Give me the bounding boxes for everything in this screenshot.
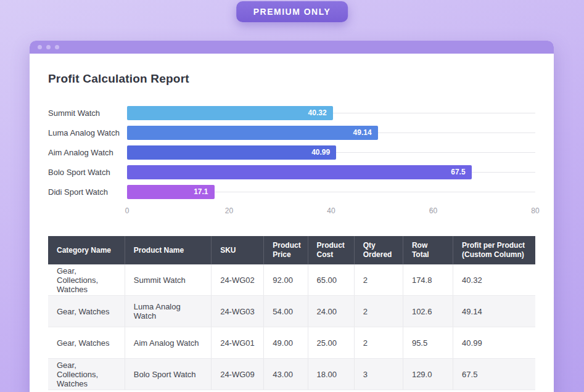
table-cell: 3 <box>354 359 403 390</box>
table-row: Gear, Collections, WatchesBolo Sport Wat… <box>48 359 535 390</box>
axis-tick-label: 60 <box>429 206 437 215</box>
table-cell: 174.8 <box>403 264 453 296</box>
report-content: Profit Calculation Report Summit Watch40… <box>30 54 554 390</box>
table-cell: 95.5 <box>403 327 453 359</box>
chart-x-axis: 020406080 <box>127 206 535 216</box>
table-cell: 129.0 <box>403 359 453 390</box>
table-header-cell: Profit per Product (Custom Column) <box>453 236 535 264</box>
chart-bar: 40.32 <box>127 106 333 120</box>
table-cell: 2 <box>354 264 403 296</box>
chart-bar-row: Aim Analog Watch40.99 <box>48 142 535 162</box>
table-cell: 49.14 <box>453 296 535 327</box>
axis-tick-label: 0 <box>125 206 130 215</box>
chart-bar-row: Didi Sport Watch17.1 <box>48 182 535 202</box>
chart-bar: 40.99 <box>127 145 336 160</box>
report-window: Profit Calculation Report Summit Watch40… <box>30 41 554 392</box>
chart-bar-track: 49.14 <box>127 126 535 140</box>
table-cell: 18.00 <box>308 359 354 390</box>
table-cell: Luma Analog Watch <box>125 296 211 327</box>
table-cell: 67.5 <box>453 359 535 390</box>
premium-badge-label: PREMIUM ONLY <box>253 7 331 17</box>
chart-bar-track: 40.99 <box>127 145 535 160</box>
table-header-cell: Product Price <box>264 236 308 264</box>
page-title: Profit Calculation Report <box>48 72 535 86</box>
table-cell: 49.00 <box>264 327 308 359</box>
table-cell: 25.00 <box>308 327 354 359</box>
chart-bar-track: 40.32 <box>127 106 535 120</box>
window-titlebar <box>30 41 554 54</box>
chart-bar-label: Luma Analog Watch <box>48 128 127 137</box>
table-cell: Aim Analog Watch <box>125 327 211 359</box>
chart-bar-value: 40.32 <box>308 108 327 117</box>
chart-bar-label: Summit Watch <box>48 108 127 118</box>
table-header-row: Category NameProduct NameSKUProduct Pric… <box>48 236 535 264</box>
chart-bar-value: 67.5 <box>451 168 465 176</box>
table-cell: 40.32 <box>453 264 535 296</box>
table-cell: 24.00 <box>308 296 354 327</box>
chart-bar-row: Bolo Sport Watch67.5 <box>48 162 535 182</box>
chart-bar-value: 40.99 <box>311 148 330 157</box>
window-control-dot <box>46 45 51 49</box>
table-cell: Summit Watch <box>125 264 211 296</box>
table-cell: Gear, Watches <box>48 296 125 327</box>
table-row: Gear, WatchesLuma Analog Watch24-WG0354.… <box>48 296 535 327</box>
table-cell: 102.6 <box>403 296 453 327</box>
chart-bar-value: 49.14 <box>353 128 372 137</box>
chart-bar: 17.1 <box>127 185 215 199</box>
table-cell: 40.99 <box>453 327 535 359</box>
chart-bar-label: Bolo Sport Watch <box>48 168 127 177</box>
table-cell: Bolo Sport Watch <box>125 359 211 390</box>
table-cell: 92.00 <box>264 264 308 296</box>
premium-badge: PREMIUM ONLY <box>236 1 348 22</box>
window-control-dot <box>38 45 42 49</box>
table-row: Gear, Collections, WatchesSummit Watch24… <box>48 264 535 296</box>
axis-tick-label: 20 <box>225 206 233 215</box>
axis-tick-label: 40 <box>327 206 335 215</box>
chart-bar-track: 67.5 <box>127 165 535 179</box>
chart-bar-label: Aim Analog Watch <box>48 148 127 157</box>
table-header-cell: Category Name <box>48 236 125 264</box>
table-cell: 24-WG02 <box>212 264 264 296</box>
table-header-cell: Qty Ordered <box>354 236 403 264</box>
report-table-body: Gear, Collections, WatchesSummit Watch24… <box>48 264 535 390</box>
chart-bar: 49.14 <box>127 126 378 140</box>
chart-bar-row: Summit Watch40.32 <box>48 103 535 123</box>
window-control-dot <box>55 45 59 49</box>
chart-bar-label: Didi Sport Watch <box>48 187 127 197</box>
table-cell: 43.00 <box>264 359 308 390</box>
table-cell: Gear, Collections, Watches <box>48 264 125 296</box>
chart-bar: 67.5 <box>127 165 472 179</box>
chart-bar-row: Luma Analog Watch49.14 <box>48 123 535 142</box>
table-row: Gear, WatchesAim Analog Watch24-WG0149.0… <box>48 327 535 359</box>
report-table: Category NameProduct NameSKUProduct Pric… <box>48 236 535 390</box>
table-cell: 24-WG09 <box>212 359 264 390</box>
profit-bar-chart: Summit Watch40.32Luma Analog Watch49.14A… <box>48 103 535 216</box>
table-cell: Gear, Watches <box>48 327 125 359</box>
table-header-cell: Row Total <box>403 236 453 264</box>
table-cell: 54.00 <box>264 296 308 327</box>
report-table-head: Category NameProduct NameSKUProduct Pric… <box>48 236 535 264</box>
table-header-cell: Product Cost <box>308 236 354 264</box>
table-cell: 24-WG01 <box>212 327 264 359</box>
chart-bar-value: 17.1 <box>194 187 208 196</box>
table-cell: Gear, Collections, Watches <box>48 359 125 390</box>
table-cell: 65.00 <box>308 264 354 296</box>
chart-bars-area: Summit Watch40.32Luma Analog Watch49.14A… <box>48 103 535 202</box>
table-header-cell: SKU <box>212 236 264 264</box>
axis-tick-label: 80 <box>531 206 539 215</box>
chart-bar-track: 17.1 <box>127 185 535 199</box>
table-cell: 2 <box>354 296 403 327</box>
table-cell: 24-WG03 <box>212 296 264 327</box>
table-header-cell: Product Name <box>125 236 211 264</box>
table-cell: 2 <box>354 327 403 359</box>
